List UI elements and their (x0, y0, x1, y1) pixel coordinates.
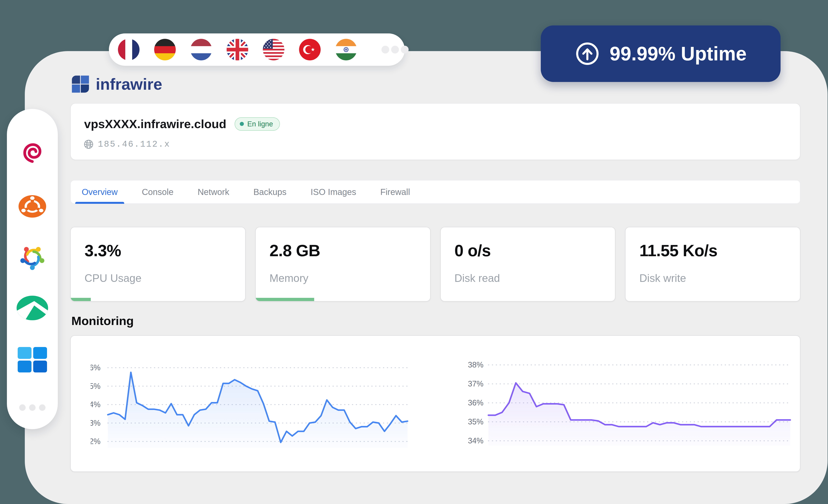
uptime-label: 99.99% Uptime (610, 43, 746, 65)
svg-text:38%: 38% (468, 361, 484, 369)
os-debian-icon[interactable] (16, 136, 48, 168)
memory-usage-chart: 38%37%36%35%34% (462, 355, 792, 448)
status-label: En ligne (247, 120, 273, 128)
os-sidebar (7, 109, 58, 429)
tab-console[interactable]: Console (142, 180, 174, 203)
os-almalinux-icon[interactable] (17, 243, 47, 272)
dot (391, 46, 399, 53)
svg-text:5%: 5% (91, 382, 100, 390)
os-rocky-linux-icon[interactable] (16, 296, 48, 320)
stat-card-cpu: 3.3% CPU Usage (70, 227, 246, 301)
progress-bar (71, 298, 91, 301)
stat-value: 0 o/s (455, 241, 615, 260)
stat-value: 3.3% (85, 241, 245, 260)
brand: infrawire (71, 75, 162, 93)
server-card: vpsXXXX.infrawire.cloud En ligne 185.46.… (70, 103, 800, 160)
svg-text:3%: 3% (91, 419, 100, 427)
language-flags-bar (109, 33, 405, 66)
infrawire-logo-icon (71, 75, 90, 93)
stat-label: CPU Usage (85, 272, 245, 285)
tab-firewall[interactable]: Firewall (380, 180, 410, 203)
uptime-badge[interactable]: 99.99% Uptime (541, 26, 781, 82)
svg-text:6%: 6% (91, 363, 100, 372)
dot (381, 46, 389, 53)
monitoring-title: Monitoring (71, 314, 134, 328)
server-ip: 185.46.112.x (98, 139, 170, 149)
stat-card-disk-write: 11.55 Ko/s Disk write (625, 227, 800, 301)
status-badge: En ligne (235, 117, 280, 131)
dot (19, 404, 26, 411)
progress-bar (256, 298, 314, 301)
tab-bar: Overview Console Network Backups ISO Ima… (70, 180, 800, 204)
page: 99.99% Uptime infrawire vpsXXXX.infrawir… (0, 0, 828, 504)
dot (39, 404, 45, 411)
os-windows-icon[interactable] (18, 347, 47, 372)
tab-iso-images[interactable]: ISO Images (311, 180, 356, 203)
flag-india-icon[interactable] (335, 39, 357, 60)
more-os-dots[interactable] (19, 404, 45, 411)
svg-text:36%: 36% (468, 398, 484, 407)
flag-united-states-icon[interactable] (263, 39, 284, 60)
tab-network[interactable]: Network (198, 180, 229, 203)
stat-card-disk-read: 0 o/s Disk read (440, 227, 616, 301)
svg-text:35%: 35% (468, 417, 484, 426)
flag-united-kingdom-icon[interactable] (226, 39, 248, 60)
svg-text:2%: 2% (91, 437, 100, 446)
stat-value: 11.55 Ko/s (639, 241, 800, 260)
stats-row: 3.3% CPU Usage 2.8 GB Memory 0 o/s Disk … (70, 227, 800, 301)
arrow-up-circle-icon (575, 41, 600, 67)
stat-value: 2.8 GB (270, 241, 430, 260)
svg-text:34%: 34% (468, 436, 484, 445)
tab-backups[interactable]: Backups (253, 180, 286, 203)
server-hostname: vpsXXXX.infrawire.cloud (84, 117, 226, 131)
flag-france-icon[interactable] (118, 39, 139, 60)
more-languages-dots[interactable] (381, 46, 409, 53)
stat-label: Memory (270, 272, 430, 285)
svg-text:4%: 4% (91, 400, 100, 409)
stat-card-memory: 2.8 GB Memory (255, 227, 430, 301)
brand-name: infrawire (96, 75, 162, 93)
tab-overview[interactable]: Overview (82, 180, 118, 203)
cpu-usage-chart: 6%5%4%3%2% (91, 357, 410, 450)
stat-label: Disk read (455, 272, 615, 285)
os-ubuntu-icon[interactable] (18, 195, 46, 218)
svg-text:37%: 37% (468, 379, 484, 388)
globe-icon (84, 139, 93, 149)
dot (401, 46, 409, 53)
dot (29, 404, 36, 411)
flag-turkey-icon[interactable] (299, 39, 321, 60)
flag-germany-icon[interactable] (154, 39, 176, 60)
status-dot-icon (240, 122, 244, 126)
flag-netherlands-icon[interactable] (191, 39, 212, 60)
stat-label: Disk write (639, 272, 800, 285)
